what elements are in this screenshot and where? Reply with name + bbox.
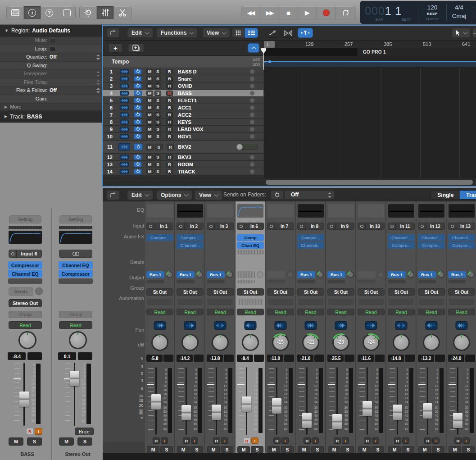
- input-button[interactable]: In 7: [267, 223, 294, 230]
- back-navigation-button[interactable]: [106, 190, 120, 200]
- pan-knob[interactable]: [151, 334, 168, 351]
- track-on-off-button[interactable]: [134, 127, 142, 132]
- output-button[interactable]: Stereo Out: [9, 299, 42, 307]
- input-button[interactable]: In 11: [388, 223, 415, 230]
- group-slot[interactable]: [268, 299, 293, 305]
- track-record-enable-button[interactable]: R: [166, 155, 173, 160]
- group-slot[interactable]: [238, 299, 263, 305]
- track-mute-button[interactable]: M: [146, 134, 153, 139]
- send-empty-slot[interactable]: [146, 280, 164, 283]
- input-button[interactable]: [59, 250, 92, 258]
- track-mute-button[interactable]: M: [146, 105, 153, 110]
- audio-fx-slots[interactable]: CompChan EQ: [237, 234, 264, 255]
- mute-button[interactable]: M: [207, 446, 220, 453]
- output-button[interactable]: St Out: [358, 288, 385, 296]
- send-level-knob[interactable]: [438, 271, 444, 278]
- record-enable-button[interactable]: R: [26, 428, 34, 435]
- editors-button[interactable]: [114, 6, 131, 19]
- volume-fader[interactable]: 03691215182124303540455060: [11, 363, 43, 426]
- automation-mode-button[interactable]: Read: [358, 309, 385, 315]
- track-row[interactable]: 10 M S R BGV1: [103, 133, 263, 140]
- volume-db-value[interactable]: -21.0: [297, 355, 313, 362]
- record-button[interactable]: [317, 6, 336, 19]
- send-bus-button[interactable]: [358, 271, 376, 278]
- eq-thumbnail[interactable]: [267, 204, 294, 218]
- input-button[interactable]: In 9: [327, 223, 354, 230]
- track-waveform-icon[interactable]: [335, 321, 347, 330]
- mute-button[interactable]: M: [358, 446, 371, 453]
- mixer-channel-strip[interactable]: In 10 St Out Read +24 -11.6 036912151: [356, 201, 386, 460]
- send-empty-slot[interactable]: [267, 280, 285, 283]
- input-monitor-button[interactable]: I: [432, 437, 440, 444]
- record-enable-button[interactable]: R: [394, 437, 401, 444]
- track-row[interactable]: 14 M S R TRACK: [103, 168, 263, 175]
- functions-menu[interactable]: Functions: [156, 28, 198, 38]
- eq-thumbnail[interactable]: [328, 204, 354, 218]
- record-enable-button[interactable]: R: [183, 437, 190, 444]
- automation-mode-button[interactable]: Read: [207, 309, 234, 315]
- input-button[interactable]: In 1: [146, 223, 173, 230]
- automation-mode-button[interactable]: Read: [297, 309, 324, 315]
- send-bus-button[interactable]: [267, 271, 285, 278]
- group-slot[interactable]: [298, 299, 323, 305]
- output-button[interactable]: St Out: [297, 288, 324, 296]
- send-level-knob[interactable]: [35, 287, 43, 295]
- view-menu[interactable]: View: [202, 28, 230, 38]
- audio-fx-slots[interactable]: Channel EQCompressor: [59, 261, 93, 284]
- track-solo-button[interactable]: S: [154, 119, 161, 125]
- volume-fader[interactable]: 03691215182124303540455060: [326, 367, 356, 435]
- solo-button[interactable]: S: [462, 446, 475, 453]
- volume-fader[interactable]: 03691215182124303540455060: [296, 367, 326, 435]
- group-slot[interactable]: Group: [9, 311, 42, 318]
- track-record-enable-button[interactable]: R: [166, 69, 173, 74]
- sends-slot[interactable]: Bus 1: [146, 271, 173, 285]
- eq-thumbnail[interactable]: [449, 204, 475, 218]
- eq-thumbnail[interactable]: [237, 204, 263, 218]
- track-name[interactable]: ACC1: [178, 105, 191, 110]
- mixer-channel-strip[interactable]: In 11 Channel...Compre... Bus 1 St Out R…: [386, 201, 416, 460]
- track-solo-button[interactable]: S: [154, 169, 161, 174]
- mixer-channel-strip[interactable]: In 13 Channel...Compre... Bus 1 St Out R…: [447, 201, 476, 460]
- mute-button[interactable]: M: [9, 437, 23, 446]
- tempo-point[interactable]: [268, 60, 271, 63]
- pan-knob[interactable]: [212, 334, 229, 351]
- fader-handle[interactable]: [363, 401, 372, 416]
- volume-fader[interactable]: 03691215182124303540455060: [386, 367, 416, 435]
- track-mute-button[interactable]: M: [146, 144, 154, 150]
- track-solo-button[interactable]: S: [154, 127, 161, 132]
- horizontal-scrollbar[interactable]: [266, 180, 473, 185]
- mute-button[interactable]: M: [388, 446, 401, 453]
- tempo-track-header[interactable]: Tempo 140 100: [103, 56, 263, 68]
- pan-knob[interactable]: +24: [363, 334, 380, 351]
- track-waveform-icon[interactable]: [214, 321, 226, 330]
- input-monitor-button[interactable]: I: [281, 437, 289, 444]
- fader-handle[interactable]: [212, 405, 221, 420]
- mixer-channel-strip[interactable]: In 6 CompChan EQ St Out Read -8.4 036: [236, 201, 265, 460]
- send-bus-button[interactable]: [237, 271, 255, 278]
- track-mute-button[interactable]: M: [146, 76, 153, 82]
- solo-button[interactable]: S: [160, 446, 173, 453]
- add-track-button[interactable]: +: [108, 43, 123, 53]
- output-button[interactable]: St Out: [448, 288, 475, 296]
- audio-fx-plugin-button[interactable]: Compre...: [177, 234, 204, 241]
- track-on-off-button[interactable]: [134, 144, 143, 150]
- send-level-knob[interactable]: [166, 271, 173, 278]
- send-bus-button[interactable]: Bus 1: [418, 271, 436, 278]
- disclosure-triangle-icon[interactable]: ▶: [5, 114, 7, 118]
- collapse-headers-button[interactable]: [248, 43, 259, 53]
- automation-mode-button[interactable]: Read: [177, 309, 204, 315]
- send-level-knob[interactable]: [408, 271, 414, 278]
- output-button[interactable]: St Out: [237, 288, 264, 296]
- output-button[interactable]: St Out: [267, 288, 294, 296]
- fader-handle[interactable]: [181, 405, 191, 420]
- tempo-automation-lane[interactable]: [263, 56, 476, 68]
- checkbox[interactable]: [50, 46, 56, 51]
- automation-mode-button[interactable]: Read: [59, 321, 92, 329]
- mixer-channel-strip[interactable]: In 8 Compre...Channel... Bus 1 St Out Re…: [296, 201, 326, 460]
- send-bus-button[interactable]: Bus 1: [146, 271, 164, 278]
- volume-db-value[interactable]: -13.8: [207, 355, 223, 362]
- track-name[interactable]: ACC2: [178, 112, 191, 118]
- smart-controls-button[interactable]: [80, 6, 97, 19]
- track-name[interactable]: OVHD: [178, 83, 192, 89]
- volume-fader[interactable]: 03691215182124303540455060: [356, 367, 386, 435]
